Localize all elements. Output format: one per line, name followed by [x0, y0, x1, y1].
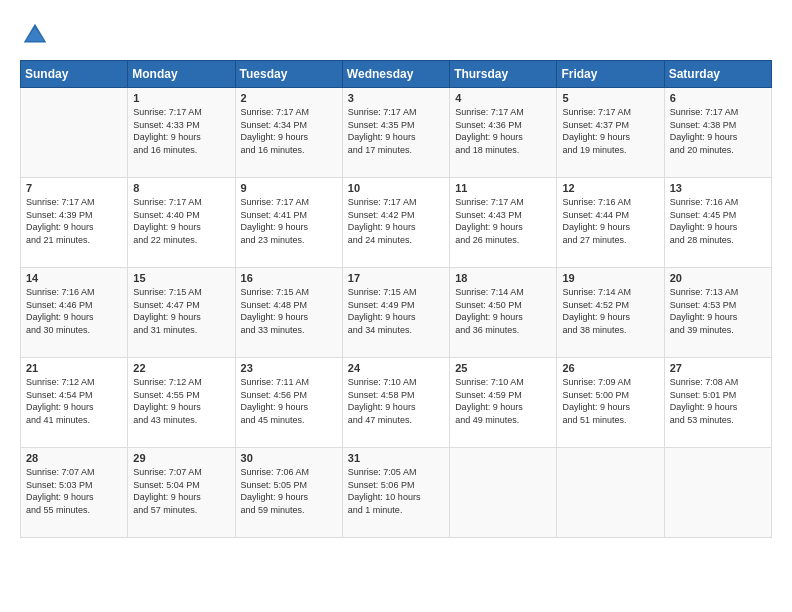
day-info: Sunrise: 7:16 AM Sunset: 4:45 PM Dayligh… — [670, 196, 766, 246]
day-number: 22 — [133, 362, 229, 374]
calendar-cell: 14Sunrise: 7:16 AM Sunset: 4:46 PM Dayli… — [21, 268, 128, 358]
header-row: SundayMondayTuesdayWednesdayThursdayFrid… — [21, 61, 772, 88]
day-number: 7 — [26, 182, 122, 194]
day-info: Sunrise: 7:16 AM Sunset: 4:44 PM Dayligh… — [562, 196, 658, 246]
calendar-cell: 21Sunrise: 7:12 AM Sunset: 4:54 PM Dayli… — [21, 358, 128, 448]
weekday-header: Monday — [128, 61, 235, 88]
day-number: 20 — [670, 272, 766, 284]
day-number: 6 — [670, 92, 766, 104]
weekday-header: Saturday — [664, 61, 771, 88]
day-info: Sunrise: 7:14 AM Sunset: 4:50 PM Dayligh… — [455, 286, 551, 336]
calendar-cell: 19Sunrise: 7:14 AM Sunset: 4:52 PM Dayli… — [557, 268, 664, 358]
day-number: 19 — [562, 272, 658, 284]
day-number: 3 — [348, 92, 444, 104]
day-info: Sunrise: 7:17 AM Sunset: 4:42 PM Dayligh… — [348, 196, 444, 246]
day-number: 12 — [562, 182, 658, 194]
day-info: Sunrise: 7:11 AM Sunset: 4:56 PM Dayligh… — [241, 376, 337, 426]
calendar-cell: 7Sunrise: 7:17 AM Sunset: 4:39 PM Daylig… — [21, 178, 128, 268]
day-info: Sunrise: 7:15 AM Sunset: 4:47 PM Dayligh… — [133, 286, 229, 336]
day-number: 1 — [133, 92, 229, 104]
calendar-cell: 5Sunrise: 7:17 AM Sunset: 4:37 PM Daylig… — [557, 88, 664, 178]
day-number: 30 — [241, 452, 337, 464]
calendar-cell: 15Sunrise: 7:15 AM Sunset: 4:47 PM Dayli… — [128, 268, 235, 358]
day-info: Sunrise: 7:17 AM Sunset: 4:34 PM Dayligh… — [241, 106, 337, 156]
day-number: 25 — [455, 362, 551, 374]
calendar-cell: 12Sunrise: 7:16 AM Sunset: 4:44 PM Dayli… — [557, 178, 664, 268]
calendar-header: SundayMondayTuesdayWednesdayThursdayFrid… — [21, 61, 772, 88]
day-info: Sunrise: 7:17 AM Sunset: 4:43 PM Dayligh… — [455, 196, 551, 246]
day-number: 17 — [348, 272, 444, 284]
day-number: 31 — [348, 452, 444, 464]
day-info: Sunrise: 7:17 AM Sunset: 4:36 PM Dayligh… — [455, 106, 551, 156]
weekday-header: Friday — [557, 61, 664, 88]
day-number: 8 — [133, 182, 229, 194]
calendar-week-row: 14Sunrise: 7:16 AM Sunset: 4:46 PM Dayli… — [21, 268, 772, 358]
day-info: Sunrise: 7:17 AM Sunset: 4:33 PM Dayligh… — [133, 106, 229, 156]
day-number: 27 — [670, 362, 766, 374]
calendar-cell: 26Sunrise: 7:09 AM Sunset: 5:00 PM Dayli… — [557, 358, 664, 448]
day-number: 4 — [455, 92, 551, 104]
weekday-header: Tuesday — [235, 61, 342, 88]
day-info: Sunrise: 7:17 AM Sunset: 4:37 PM Dayligh… — [562, 106, 658, 156]
day-number: 10 — [348, 182, 444, 194]
calendar-cell — [450, 448, 557, 538]
day-info: Sunrise: 7:06 AM Sunset: 5:05 PM Dayligh… — [241, 466, 337, 516]
day-info: Sunrise: 7:17 AM Sunset: 4:41 PM Dayligh… — [241, 196, 337, 246]
day-info: Sunrise: 7:17 AM Sunset: 4:40 PM Dayligh… — [133, 196, 229, 246]
calendar-cell: 24Sunrise: 7:10 AM Sunset: 4:58 PM Dayli… — [342, 358, 449, 448]
day-number: 18 — [455, 272, 551, 284]
calendar-week-row: 1Sunrise: 7:17 AM Sunset: 4:33 PM Daylig… — [21, 88, 772, 178]
weekday-header: Wednesday — [342, 61, 449, 88]
calendar-cell: 8Sunrise: 7:17 AM Sunset: 4:40 PM Daylig… — [128, 178, 235, 268]
day-info: Sunrise: 7:14 AM Sunset: 4:52 PM Dayligh… — [562, 286, 658, 336]
calendar-cell: 18Sunrise: 7:14 AM Sunset: 4:50 PM Dayli… — [450, 268, 557, 358]
calendar-cell: 16Sunrise: 7:15 AM Sunset: 4:48 PM Dayli… — [235, 268, 342, 358]
calendar-cell: 30Sunrise: 7:06 AM Sunset: 5:05 PM Dayli… — [235, 448, 342, 538]
day-number: 15 — [133, 272, 229, 284]
day-number: 5 — [562, 92, 658, 104]
day-number: 26 — [562, 362, 658, 374]
day-number: 9 — [241, 182, 337, 194]
day-number: 21 — [26, 362, 122, 374]
logo-icon — [20, 20, 50, 50]
day-info: Sunrise: 7:10 AM Sunset: 4:58 PM Dayligh… — [348, 376, 444, 426]
calendar-cell — [21, 88, 128, 178]
calendar-table: SundayMondayTuesdayWednesdayThursdayFrid… — [20, 60, 772, 538]
day-number: 14 — [26, 272, 122, 284]
day-info: Sunrise: 7:09 AM Sunset: 5:00 PM Dayligh… — [562, 376, 658, 426]
calendar-cell: 27Sunrise: 7:08 AM Sunset: 5:01 PM Dayli… — [664, 358, 771, 448]
calendar-body: 1Sunrise: 7:17 AM Sunset: 4:33 PM Daylig… — [21, 88, 772, 538]
calendar-cell: 23Sunrise: 7:11 AM Sunset: 4:56 PM Dayli… — [235, 358, 342, 448]
day-info: Sunrise: 7:15 AM Sunset: 4:49 PM Dayligh… — [348, 286, 444, 336]
calendar-cell: 29Sunrise: 7:07 AM Sunset: 5:04 PM Dayli… — [128, 448, 235, 538]
calendar-cell — [557, 448, 664, 538]
day-info: Sunrise: 7:17 AM Sunset: 4:38 PM Dayligh… — [670, 106, 766, 156]
calendar-cell: 25Sunrise: 7:10 AM Sunset: 4:59 PM Dayli… — [450, 358, 557, 448]
calendar-cell: 31Sunrise: 7:05 AM Sunset: 5:06 PM Dayli… — [342, 448, 449, 538]
calendar-cell: 2Sunrise: 7:17 AM Sunset: 4:34 PM Daylig… — [235, 88, 342, 178]
day-number: 23 — [241, 362, 337, 374]
calendar-week-row: 28Sunrise: 7:07 AM Sunset: 5:03 PM Dayli… — [21, 448, 772, 538]
day-info: Sunrise: 7:13 AM Sunset: 4:53 PM Dayligh… — [670, 286, 766, 336]
day-number: 24 — [348, 362, 444, 374]
day-info: Sunrise: 7:16 AM Sunset: 4:46 PM Dayligh… — [26, 286, 122, 336]
calendar-week-row: 21Sunrise: 7:12 AM Sunset: 4:54 PM Dayli… — [21, 358, 772, 448]
header — [20, 20, 772, 50]
calendar-week-row: 7Sunrise: 7:17 AM Sunset: 4:39 PM Daylig… — [21, 178, 772, 268]
calendar-cell: 13Sunrise: 7:16 AM Sunset: 4:45 PM Dayli… — [664, 178, 771, 268]
calendar-cell: 11Sunrise: 7:17 AM Sunset: 4:43 PM Dayli… — [450, 178, 557, 268]
day-number: 16 — [241, 272, 337, 284]
logo — [20, 20, 54, 50]
calendar-cell: 3Sunrise: 7:17 AM Sunset: 4:35 PM Daylig… — [342, 88, 449, 178]
calendar-cell: 4Sunrise: 7:17 AM Sunset: 4:36 PM Daylig… — [450, 88, 557, 178]
calendar-cell: 6Sunrise: 7:17 AM Sunset: 4:38 PM Daylig… — [664, 88, 771, 178]
day-info: Sunrise: 7:07 AM Sunset: 5:03 PM Dayligh… — [26, 466, 122, 516]
day-number: 29 — [133, 452, 229, 464]
calendar-cell: 9Sunrise: 7:17 AM Sunset: 4:41 PM Daylig… — [235, 178, 342, 268]
page: SundayMondayTuesdayWednesdayThursdayFrid… — [0, 0, 792, 612]
calendar-cell: 17Sunrise: 7:15 AM Sunset: 4:49 PM Dayli… — [342, 268, 449, 358]
day-number: 11 — [455, 182, 551, 194]
calendar-cell: 10Sunrise: 7:17 AM Sunset: 4:42 PM Dayli… — [342, 178, 449, 268]
day-info: Sunrise: 7:15 AM Sunset: 4:48 PM Dayligh… — [241, 286, 337, 336]
calendar-cell: 1Sunrise: 7:17 AM Sunset: 4:33 PM Daylig… — [128, 88, 235, 178]
